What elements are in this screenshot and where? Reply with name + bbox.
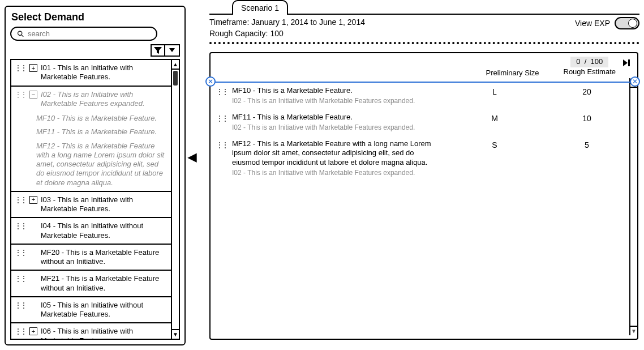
skip-next-icon — [622, 58, 631, 67]
svg-point-0 — [18, 31, 22, 35]
mf-row-MF12[interactable]: ⋮⋮MF12 - This is a Marketable Feature wi… — [216, 135, 629, 181]
tree-item-I05[interactable]: ⋮⋮I05 - This is an Initiative without Ma… — [11, 297, 171, 324]
view-exp-toggle[interactable] — [615, 17, 639, 29]
drag-grip-icon[interactable]: ⋮⋮ — [216, 142, 227, 148]
dotted-divider — [209, 42, 639, 44]
mf-estimate-value: 5 — [544, 140, 629, 150]
drag-grip-icon[interactable]: ⋮⋮ — [15, 328, 26, 335]
tree-item-I06[interactable]: ⋮⋮+I06 - This is an Initiative with Mark… — [11, 323, 171, 339]
tree-item-I01[interactable]: ⋮⋮+I01 - This is an Initiative with Mark… — [11, 60, 171, 87]
mf-parent-label: I02 - This is an Initiative with Marketa… — [232, 123, 439, 131]
drag-grip-icon[interactable]: ⋮⋮ — [15, 223, 26, 229]
mf-row-MF11[interactable]: ⋮⋮MF11 - This is a Marketable Feature.I0… — [216, 108, 629, 135]
svg-rect-5 — [628, 59, 630, 66]
tree-item-label: MF20 - This is a Marketable Feature with… — [41, 248, 169, 267]
summary-block: 0 / 100 Rough Estimate — [564, 57, 616, 77]
scenario-header: Timeframe: January 1, 2014 to June 1, 20… — [209, 17, 639, 39]
filter-toolbar — [10, 44, 180, 57]
scroll-up-icon[interactable]: ▲ — [172, 60, 179, 70]
filter-dropdown-button[interactable] — [165, 44, 180, 57]
column-header-estimate: Rough Estimate — [564, 67, 616, 76]
mf-label: MF11 - This is a Marketable Feature. — [232, 113, 439, 122]
mf-parent-label: I02 - This is an Initiative with Marketa… — [232, 97, 439, 105]
expand-icon[interactable]: + — [29, 196, 37, 204]
expand-icon[interactable]: + — [29, 327, 37, 335]
tree-item-label: I04 - This is an Initiative without Mark… — [41, 221, 169, 240]
tree-child-MF12[interactable]: MF12 - This is a Marketable Feature with… — [11, 139, 171, 192]
drag-grip-icon[interactable]: ⋮⋮ — [15, 302, 26, 309]
demand-sidebar: Select Demand ⋮⋮+I01 - This is an Initia… — [5, 6, 186, 345]
svg-marker-3 — [169, 48, 175, 52]
mf-row-MF10[interactable]: ⋮⋮MF10 - This is a Marketable Feature.I0… — [216, 82, 629, 108]
insertion-cancel-right[interactable]: ✕ — [630, 76, 640, 87]
view-exp-label: View EXP — [575, 19, 610, 28]
svg-line-1 — [22, 35, 23, 36]
collapse-sidebar-button[interactable]: ◀ — [188, 150, 196, 164]
tree-item-label: I05 - This is an Initiative without Mark… — [41, 301, 169, 319]
drag-grip-icon[interactable]: ⋮⋮ — [15, 65, 26, 71]
search-input-wrap[interactable] — [10, 27, 157, 41]
tree-item-I02[interactable]: ⋮⋮−I02 - This is an Initiative with Mark… — [11, 87, 171, 112]
search-input[interactable] — [28, 29, 151, 38]
drag-grip-icon[interactable]: ⋮⋮ — [216, 115, 227, 122]
tree-item-label: I02 - This is an Initiative with Marketa… — [41, 90, 169, 109]
drag-grip-icon[interactable]: ⋮⋮ — [15, 249, 26, 256]
tree-item-label: I01 - This is an Initiative with Marketa… — [41, 63, 169, 82]
mf-estimate-value: 10 — [544, 114, 629, 123]
insertion-line — [211, 82, 635, 83]
mf-label: MF12 - This is a Marketable Feature with… — [232, 139, 439, 168]
tree-item-label: MF21 - This is a Marketable Feature with… — [41, 274, 169, 293]
sidebar-scrollbar[interactable]: ▲ ▼ — [171, 60, 179, 339]
drag-grip-icon[interactable]: ⋮⋮ — [15, 91, 26, 98]
funnel-icon — [154, 47, 162, 54]
capacity-used: 0 — [576, 57, 580, 66]
column-header-size: Preliminary Size — [467, 69, 558, 77]
demand-tree: ⋮⋮+I01 - This is an Initiative with Mark… — [10, 59, 180, 340]
view-exp-control: View EXP — [575, 17, 639, 29]
summary-row: Preliminary Size 0 / 100 Rough Estimate — [211, 53, 637, 78]
collapse-icon[interactable]: − — [29, 91, 37, 99]
scenario-tab[interactable]: Scenario 1 — [232, 0, 288, 15]
next-page-button[interactable] — [621, 58, 632, 68]
search-icon — [17, 30, 24, 38]
drag-grip-icon[interactable]: ⋮⋮ — [15, 197, 26, 203]
main-scrollbar[interactable]: ▲ ▼ — [629, 78, 637, 335]
svg-marker-2 — [154, 47, 162, 54]
mf-size-value: M — [449, 114, 540, 123]
capacity-total: 100 — [591, 57, 603, 66]
tree-item-label: I03 - This is an Initiative with Marketa… — [41, 195, 169, 214]
scroll-thumb[interactable] — [173, 71, 178, 86]
tree-item-MF20[interactable]: ⋮⋮MF20 - This is a Marketable Feature wi… — [11, 245, 171, 271]
drag-grip-icon[interactable]: ⋮⋮ — [216, 88, 227, 95]
tree-item-I04[interactable]: ⋮⋮I04 - This is an Initiative without Ma… — [11, 218, 171, 245]
toggle-knob — [628, 19, 637, 28]
sidebar-title: Select Demand — [11, 11, 180, 23]
scenario-panel: Preliminary Size 0 / 100 Rough Estimate … — [209, 52, 638, 340]
tree-child-MF11[interactable]: MF11 - This is a Marketable Feature. — [11, 125, 171, 139]
tree-item-MF21[interactable]: ⋮⋮MF21 - This is a Marketable Feature wi… — [11, 271, 171, 297]
mf-size-value: S — [449, 140, 540, 150]
tree-child-MF10[interactable]: MF10 - This is a Marketable Feature. — [11, 112, 171, 125]
filter-button[interactable] — [151, 44, 165, 57]
expand-icon[interactable]: + — [29, 64, 37, 72]
svg-marker-4 — [623, 59, 628, 66]
insertion-cancel-left[interactable]: ✕ — [205, 76, 216, 87]
capacity-counter: 0 / 100 — [570, 57, 608, 67]
timeframe-text: Timeframe: January 1, 2014 to June 1, 20… — [209, 17, 365, 28]
rough-capacity-text: Rough Capacity: 100 — [209, 28, 365, 40]
mf-label: MF10 - This is a Marketable Feature. — [232, 86, 439, 96]
main-scroll-down-icon[interactable]: ▼ — [630, 326, 637, 335]
mf-parent-label: I02 - This is an Initiative with Marketa… — [232, 169, 439, 177]
tree-item-label: I06 - This is an Initiative with Marketa… — [41, 327, 169, 339]
scroll-down-icon[interactable]: ▼ — [172, 329, 179, 339]
main-body: ✕ ✕ ⋮⋮MF10 - This is a Marketable Featur… — [211, 78, 637, 335]
mf-estimate-value: 20 — [544, 87, 629, 96]
mf-size-value: L — [449, 87, 540, 96]
drag-grip-icon[interactable]: ⋮⋮ — [15, 275, 26, 282]
chevron-down-icon — [169, 48, 175, 53]
header-text: Timeframe: January 1, 2014 to June 1, 20… — [209, 17, 365, 39]
tree-item-I03[interactable]: ⋮⋮+I03 - This is an Initiative with Mark… — [11, 192, 171, 219]
